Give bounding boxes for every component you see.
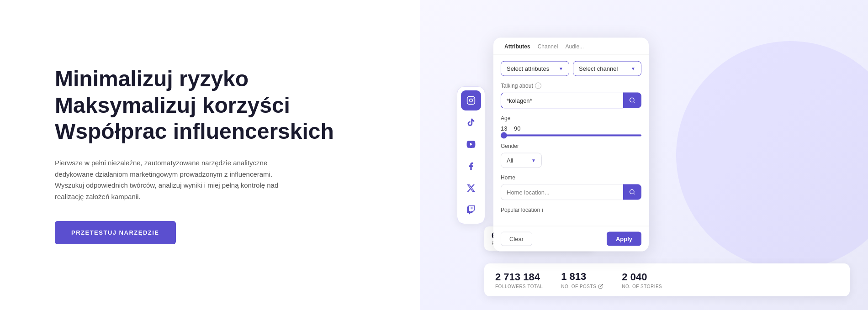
age-range-values: 13 – 90 xyxy=(501,125,641,131)
channel-dropdown-label: Select channel xyxy=(579,65,618,72)
select-channel-dropdown[interactable]: Select channel ▼ xyxy=(573,61,641,76)
social-icon-instagram[interactable] xyxy=(461,90,481,110)
chevron-down-icon: ▼ xyxy=(559,66,563,71)
stat-stories: 2 040 NO. OF STORIES xyxy=(622,271,662,289)
gender-section: Gender All ▼ xyxy=(501,142,641,168)
filter-dropdowns-row: Select attributes ▼ Select channel ▼ xyxy=(501,61,641,76)
filter-header: Attributes Channel Audie... xyxy=(493,37,649,54)
social-icon-youtube[interactable] xyxy=(461,134,481,154)
tab-attributes[interactable]: Attributes xyxy=(501,43,534,54)
talking-about-input[interactable] xyxy=(501,92,623,108)
social-icon-facebook[interactable] xyxy=(461,156,481,176)
popular-location-info-icon[interactable]: i xyxy=(542,206,543,213)
svg-rect-0 xyxy=(467,96,475,104)
search-icon xyxy=(629,97,636,104)
home-label: Home xyxy=(501,174,641,180)
location-search-icon xyxy=(629,189,636,196)
gender-value: All xyxy=(507,157,513,163)
age-range-slider[interactable] xyxy=(501,134,641,136)
bg-decoration xyxy=(676,41,868,269)
cta-button[interactable]: PRZETESTUJ NARZĘDZIE xyxy=(55,221,176,244)
popular-location-label: Popular location i xyxy=(501,206,641,213)
home-section: Home xyxy=(501,174,641,200)
age-section: Age 13 – 90 xyxy=(501,115,641,136)
social-icon-twitter[interactable] xyxy=(461,178,481,198)
home-location-row xyxy=(501,184,641,200)
hero-title-line1: Minimalizuj ryzyko xyxy=(55,67,249,91)
age-label: Age xyxy=(501,115,641,121)
hero-title: Minimalizuj ryzyko Maksymalizuj korzyści… xyxy=(55,66,384,145)
apply-button[interactable]: Apply xyxy=(607,231,641,246)
gender-dropdown[interactable]: All ▼ xyxy=(501,152,542,168)
svg-line-3 xyxy=(600,284,603,287)
stories-value-label: NO. OF STORIES xyxy=(622,284,662,289)
stories-value: 2 040 xyxy=(622,271,662,283)
clear-button[interactable]: Clear xyxy=(501,231,532,246)
followers-total-label: FOLLOWERS TOTAL xyxy=(495,284,543,289)
posts-value: 1 813 xyxy=(561,271,603,283)
followers-total-value: 2 713 184 xyxy=(495,271,543,283)
tab-channel[interactable]: Channel xyxy=(534,43,562,54)
stats-bar: 2 713 184 FOLLOWERS TOTAL 1 813 NO. OF P… xyxy=(484,263,850,296)
posts-label: NO. OF POSTS xyxy=(561,284,603,289)
select-attributes-dropdown[interactable]: Select attributes ▼ xyxy=(501,61,569,76)
social-icon-tiktok[interactable] xyxy=(461,112,481,132)
stat-followers-total: 2 713 184 FOLLOWERS TOTAL xyxy=(495,271,543,289)
home-location-input[interactable] xyxy=(501,184,623,200)
external-link-icon xyxy=(598,284,603,289)
home-location-search-button[interactable] xyxy=(623,184,641,200)
talking-about-input-row xyxy=(501,92,641,108)
svg-point-2 xyxy=(473,98,474,99)
talking-about-info-icon[interactable]: i xyxy=(535,82,541,89)
tab-audience[interactable]: Audie... xyxy=(561,43,587,54)
social-icon-twitch[interactable] xyxy=(461,200,481,220)
hero-title-line3: Współprac influencerskich xyxy=(55,119,334,143)
talking-about-section: Talking about i xyxy=(501,82,641,108)
hero-title-line2: Maksymalizuj korzyści xyxy=(55,93,290,117)
gender-label: Gender xyxy=(501,142,641,149)
filter-footer: Clear Apply xyxy=(493,226,649,251)
filter-body: Select attributes ▼ Select channel ▼ Tal… xyxy=(493,54,649,226)
hero-section: Minimalizuj ryzyko Maksymalizuj korzyści… xyxy=(0,0,420,310)
gender-chevron-icon: ▼ xyxy=(531,158,536,163)
svg-point-1 xyxy=(470,99,473,102)
chevron-down-icon-2: ▼ xyxy=(631,66,635,71)
age-range-track xyxy=(501,134,641,136)
attributes-dropdown-label: Select attributes xyxy=(507,65,549,72)
talking-about-label: Talking about i xyxy=(501,82,641,89)
age-range-thumb-min[interactable] xyxy=(501,132,507,138)
right-section: Attributes Channel Audie... Select attri… xyxy=(420,0,868,310)
stat-posts: 1 813 NO. OF POSTS xyxy=(561,271,603,289)
hero-description: Pierwsze w pełni niezależne, zautomatyzo… xyxy=(55,158,283,203)
social-sidebar xyxy=(457,86,485,224)
filter-panel: Attributes Channel Audie... Select attri… xyxy=(493,37,649,251)
talking-about-search-button[interactable] xyxy=(623,93,641,108)
